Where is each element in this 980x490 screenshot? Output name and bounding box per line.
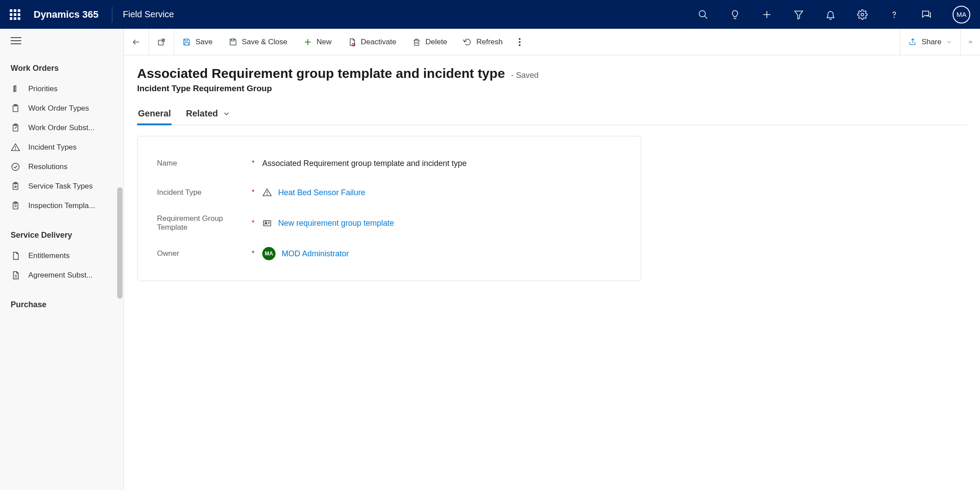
svg-point-21 bbox=[15, 186, 16, 188]
req-group-field[interactable]: New requirement group template bbox=[258, 218, 394, 228]
popout-button[interactable] bbox=[149, 29, 174, 55]
name-value: Associated Requirement group template an… bbox=[262, 159, 467, 168]
sidebar-item-label: Incident Types bbox=[28, 143, 77, 152]
incident-type-link[interactable]: Heat Bed Sensor Failure bbox=[278, 188, 365, 197]
check-circle-icon bbox=[11, 162, 20, 172]
save-label: Save bbox=[195, 38, 213, 46]
sidebar-item-incident-types[interactable]: Incident Types bbox=[0, 138, 123, 157]
tab-label: Related bbox=[186, 108, 218, 119]
tab-related[interactable]: Related bbox=[185, 104, 231, 125]
help-icon[interactable] bbox=[884, 5, 904, 24]
assistant-button[interactable] bbox=[961, 32, 980, 52]
warning-icon bbox=[262, 188, 272, 197]
sidebar-item-label: Agreement Subst... bbox=[28, 271, 93, 280]
sidebar-item-label: Priorities bbox=[28, 85, 57, 93]
required-indicator: * bbox=[252, 219, 258, 228]
svg-point-17 bbox=[15, 149, 16, 150]
delete-button[interactable]: Delete bbox=[404, 29, 455, 55]
share-label: Share bbox=[922, 38, 942, 46]
nav-header: Service Delivery bbox=[0, 226, 123, 246]
document-icon bbox=[11, 251, 20, 261]
sidebar-item-label: Entitlements bbox=[28, 251, 70, 260]
brand-name[interactable]: Dynamics 365 bbox=[34, 9, 99, 20]
save-button[interactable]: Save bbox=[174, 29, 221, 55]
plus-icon[interactable] bbox=[757, 5, 777, 24]
nav-section-work-orders: Work Orders Priorities Work Order Types … bbox=[0, 54, 123, 221]
nav-header: Purchase bbox=[0, 296, 123, 316]
page-title: Associated Requirement group template an… bbox=[137, 66, 505, 81]
incident-type-field[interactable]: Heat Bed Sensor Failure bbox=[258, 188, 365, 197]
nav-section-purchase: Purchase bbox=[0, 290, 123, 321]
chat-icon[interactable] bbox=[916, 5, 936, 24]
clipboard-list-icon bbox=[11, 201, 20, 211]
svg-marker-4 bbox=[795, 11, 803, 19]
form-row-name: Name * Associated Requirement group temp… bbox=[157, 149, 621, 178]
lightbulb-icon[interactable] bbox=[725, 5, 745, 24]
tab-label: General bbox=[138, 108, 171, 119]
sidebar-item-work-order-types[interactable]: Work Order Types bbox=[0, 99, 123, 118]
form-row-owner: Owner * MA MOD Administrator bbox=[157, 239, 621, 268]
owner-link[interactable]: MOD Administrator bbox=[282, 249, 349, 259]
delete-label: Delete bbox=[425, 38, 447, 46]
top-actions: MA bbox=[693, 5, 970, 24]
owner-avatar: MA bbox=[262, 247, 276, 260]
sidebar-scrollbar[interactable] bbox=[117, 187, 122, 299]
sidebar-item-label: Inspection Templa... bbox=[28, 201, 95, 210]
save-close-label: Save & Close bbox=[242, 38, 287, 46]
deactivate-button[interactable]: Deactivate bbox=[340, 29, 404, 55]
required-indicator: * bbox=[252, 249, 258, 258]
form-label: Name bbox=[157, 159, 177, 168]
save-close-button[interactable]: Save & Close bbox=[221, 29, 295, 55]
owner-field[interactable]: MA MOD Administrator bbox=[258, 247, 349, 260]
chevron-down-icon bbox=[222, 110, 230, 118]
filter-icon[interactable] bbox=[789, 5, 808, 24]
search-icon[interactable] bbox=[693, 5, 713, 24]
nav-section-service-delivery: Service Delivery Entitlements Agreement … bbox=[0, 221, 123, 290]
app-context[interactable]: Field Service bbox=[123, 9, 174, 19]
overflow-icon bbox=[519, 38, 521, 46]
hamburger-icon[interactable] bbox=[11, 37, 21, 46]
owner-initials: MA bbox=[265, 251, 273, 257]
sidebar-item-entitlements[interactable]: Entitlements bbox=[0, 246, 123, 266]
back-button[interactable] bbox=[124, 29, 149, 55]
chevron-down-icon bbox=[946, 39, 952, 45]
refresh-label: Refresh bbox=[476, 38, 503, 46]
sidebar-item-label: Work Order Types bbox=[28, 104, 89, 113]
svg-rect-31 bbox=[185, 39, 188, 41]
share-button[interactable]: Share bbox=[900, 29, 960, 55]
req-group-link[interactable]: New requirement group template bbox=[278, 219, 394, 228]
user-avatar[interactable]: MA bbox=[953, 6, 970, 23]
overflow-button[interactable] bbox=[511, 29, 528, 55]
document-lines-icon bbox=[11, 270, 20, 280]
tab-general[interactable]: General bbox=[137, 104, 172, 125]
form-row-req-group: Requirement Group Template * New require… bbox=[157, 207, 621, 239]
sidebar-item-inspection-templates[interactable]: Inspection Templa... bbox=[0, 196, 123, 216]
new-button[interactable]: New bbox=[295, 29, 340, 55]
refresh-button[interactable]: Refresh bbox=[455, 29, 511, 55]
clipboard-gear-icon bbox=[11, 181, 20, 191]
gear-icon[interactable] bbox=[853, 5, 872, 24]
sidebar-item-agreement-subst[interactable]: Agreement Subst... bbox=[0, 266, 123, 285]
sidebar-item-resolutions[interactable]: Resolutions bbox=[0, 157, 123, 177]
contact-card-icon bbox=[262, 218, 272, 228]
avatar-initials: MA bbox=[957, 11, 967, 18]
priority-icon bbox=[11, 84, 20, 94]
svg-rect-33 bbox=[231, 39, 234, 41]
content-area: Associated Requirement group template an… bbox=[124, 55, 980, 490]
divider bbox=[112, 7, 112, 23]
svg-point-6 bbox=[894, 17, 895, 17]
sidebar-item-work-order-subst[interactable]: Work Order Subst... bbox=[0, 118, 123, 138]
sidebar-item-label: Resolutions bbox=[28, 162, 68, 171]
bell-icon[interactable] bbox=[821, 5, 840, 24]
form-label: Incident Type bbox=[157, 188, 202, 197]
svg-line-1 bbox=[705, 16, 708, 19]
command-bar: Save Save & Close New Deactivate Delete … bbox=[124, 29, 980, 55]
sidebar-item-label: Service Task Types bbox=[28, 182, 93, 191]
sidebar-item-priorities[interactable]: Priorities bbox=[0, 79, 123, 99]
new-label: New bbox=[317, 38, 332, 46]
sidebar-item-service-task-types[interactable]: Service Task Types bbox=[0, 177, 123, 196]
svg-point-5 bbox=[861, 13, 864, 16]
form-card: Name * Associated Requirement group temp… bbox=[137, 136, 641, 281]
name-field[interactable]: Associated Requirement group template an… bbox=[258, 159, 467, 168]
app-launcher-icon[interactable] bbox=[10, 9, 20, 20]
